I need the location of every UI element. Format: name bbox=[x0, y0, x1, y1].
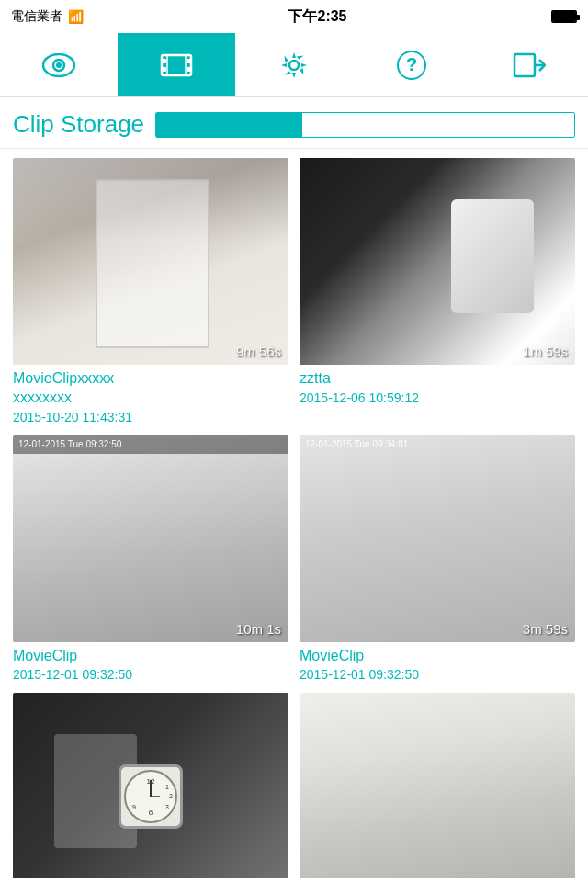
clip-item[interactable]: 12-01-2015 Tue 09:32:50 10m 1s MovieClip… bbox=[13, 435, 288, 683]
svg-text:9: 9 bbox=[132, 804, 136, 810]
clip-storage-header: Clip Storage bbox=[0, 97, 588, 149]
clip-date: 2015-12-06 10:59:12 bbox=[300, 390, 575, 405]
gear-icon bbox=[279, 51, 309, 80]
status-time: 下午2:35 bbox=[288, 7, 346, 27]
nav-help[interactable]: ? bbox=[353, 33, 470, 96]
clip-date: 2015-10-20 11:43:31 bbox=[13, 410, 288, 424]
clip-date: 2015-12-01 09:32:50 bbox=[300, 667, 575, 682]
clip-duration: 9m 56s bbox=[236, 344, 281, 359]
clip-name: MovieClip bbox=[300, 647, 575, 666]
svg-text:1: 1 bbox=[165, 784, 169, 790]
clock-decoration: 12 1 2 3 6 9 bbox=[119, 764, 183, 829]
clip-name: MovieClip bbox=[13, 647, 288, 666]
nav-bar: ? bbox=[0, 33, 588, 97]
wifi-icon: 📶 bbox=[68, 9, 84, 24]
svg-point-10 bbox=[289, 61, 299, 70]
nav-clips[interactable] bbox=[118, 33, 235, 96]
clip-thumbnail: 9m 56s bbox=[13, 158, 288, 365]
clip-thumbnail: 12 1 2 3 6 9 bbox=[13, 693, 288, 878]
svg-text:2: 2 bbox=[169, 793, 173, 799]
question-mark: ? bbox=[406, 54, 417, 75]
help-circle: ? bbox=[397, 51, 426, 80]
svg-text:3: 3 bbox=[165, 804, 169, 810]
clip-date: 2015-12-01 09:32:50 bbox=[13, 667, 288, 682]
eye-icon bbox=[42, 53, 75, 77]
clock-svg: 12 1 2 3 6 9 bbox=[123, 769, 178, 824]
clip-name: zztta bbox=[300, 369, 575, 389]
svg-rect-6 bbox=[187, 59, 191, 63]
svg-text:6: 6 bbox=[149, 808, 153, 817]
clip-thumbnail bbox=[300, 693, 575, 878]
battery-icon bbox=[551, 10, 577, 23]
thumb-timestamp: 12-01-2015 Tue 09:34:01 bbox=[305, 439, 408, 449]
svg-rect-5 bbox=[162, 67, 166, 72]
nav-logout[interactable] bbox=[470, 33, 588, 96]
clip-duration: 10m 1s bbox=[236, 621, 281, 637]
clip-name: MovieClipxxxxx xxxxxxxx bbox=[13, 369, 288, 408]
storage-bar bbox=[155, 112, 575, 138]
thumb-timestamp: 12-01-2015 Tue 09:32:50 bbox=[18, 439, 121, 449]
nav-live[interactable] bbox=[0, 33, 118, 96]
film-icon bbox=[160, 51, 193, 79]
clip-storage-title: Clip Storage bbox=[13, 110, 144, 139]
clip-item[interactable]: 9m 56s MovieClipxxxxx xxxxxxxx 2015-10-2… bbox=[13, 158, 288, 424]
clip-item[interactable]: 1m 59s zztta 2015-12-06 10:59:12 bbox=[300, 158, 575, 424]
clip-item[interactable]: 12-01-2015 Tue 09:34:01 3m 59s MovieClip… bbox=[300, 435, 575, 683]
clip-duration: 1m 59s bbox=[523, 344, 568, 359]
clip-item[interactable]: 12 1 2 3 6 9 bbox=[13, 693, 288, 878]
logout-icon bbox=[513, 51, 546, 80]
clip-thumbnail: 12-01-2015 Tue 09:34:01 3m 59s bbox=[300, 435, 575, 642]
clip-grid: 9m 56s MovieClipxxxxx xxxxxxxx 2015-10-2… bbox=[0, 149, 588, 878]
clip-item[interactable] bbox=[300, 693, 575, 878]
svg-rect-11 bbox=[514, 54, 535, 76]
status-bar: 電信業者 📶 下午2:35 bbox=[0, 0, 588, 33]
svg-point-2 bbox=[56, 62, 62, 68]
clip-thumbnail: 1m 59s bbox=[300, 158, 575, 365]
nav-settings[interactable] bbox=[235, 33, 353, 96]
svg-rect-7 bbox=[187, 67, 191, 72]
carrier-text: 電信業者 bbox=[11, 8, 62, 25]
svg-rect-3 bbox=[162, 55, 191, 75]
status-carrier: 電信業者 📶 bbox=[11, 8, 84, 25]
battery-fill bbox=[553, 12, 575, 21]
svg-rect-4 bbox=[162, 59, 166, 63]
status-battery bbox=[551, 10, 577, 23]
storage-bar-fill bbox=[156, 113, 302, 137]
clip-thumbnail: 12-01-2015 Tue 09:32:50 10m 1s bbox=[13, 435, 288, 642]
clip-duration: 3m 59s bbox=[523, 621, 568, 637]
